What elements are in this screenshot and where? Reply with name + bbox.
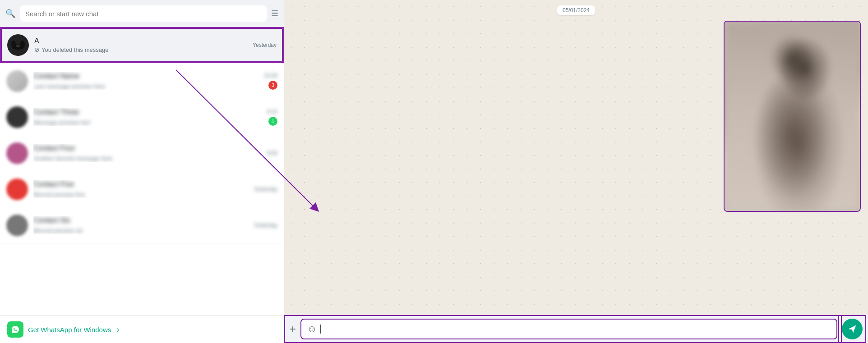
left-panel: 🔍 ☰ A ⊘ You del bbox=[0, 0, 284, 343]
chat-info-6: Contact Six Blurred preview six bbox=[33, 216, 254, 234]
chat-meta-5: Yesterday bbox=[254, 186, 277, 192]
chat-name-6: Contact Six bbox=[33, 216, 70, 224]
chat-item-5[interactable]: Contact Five Blurred preview five Yester… bbox=[0, 171, 284, 207]
chat-time-3: 9:15 bbox=[267, 109, 277, 115]
input-bar: + ☺ bbox=[284, 315, 868, 343]
wa-banner-arrow: › bbox=[116, 325, 119, 334]
emoji-button[interactable]: ☺ bbox=[307, 323, 317, 335]
wa-banner-text: Get WhatsApp for Windows bbox=[28, 326, 111, 334]
unread-badge-green-3: 1 bbox=[268, 117, 277, 126]
chat-preview-5: Blurred preview five bbox=[33, 191, 254, 198]
avatar-2 bbox=[6, 70, 28, 92]
search-input[interactable] bbox=[20, 5, 267, 22]
chat-meta-4: 8:00 bbox=[267, 150, 277, 156]
chat-time-2: 10:30 bbox=[264, 73, 277, 79]
photo-blur-layer bbox=[725, 22, 860, 211]
svg-point-4 bbox=[16, 45, 20, 47]
unread-badge-2: 3 bbox=[268, 81, 277, 90]
chat-time-a: Yesterday bbox=[253, 42, 277, 48]
chat-meta-3: 9:15 1 bbox=[267, 109, 277, 126]
send-button-wrap bbox=[842, 319, 863, 339]
date-badge: 05/01/2024 bbox=[284, 0, 868, 19]
chat-info-3: Contact Three Message preview text bbox=[33, 108, 267, 126]
chat-name-2: Contact Name bbox=[33, 72, 79, 80]
chat-time-6: Yesterday bbox=[254, 222, 277, 229]
chat-time-4: 8:00 bbox=[267, 150, 277, 156]
send-button[interactable] bbox=[842, 319, 863, 339]
chat-info-4: Contact Four Another blurred message her… bbox=[33, 144, 267, 162]
chat-meta-6: Yesterday bbox=[254, 222, 277, 229]
avatar-3 bbox=[6, 106, 28, 128]
chat-meta-a: Yesterday bbox=[253, 42, 277, 48]
photo-placeholder bbox=[725, 22, 860, 211]
chat-item-active[interactable]: A ⊘ You deleted this message Yesterday bbox=[0, 27, 284, 63]
chat-preview-2: Last message preview here bbox=[33, 83, 264, 90]
chat-meta-2: 10:30 3 bbox=[264, 73, 277, 90]
chat-time-5: Yesterday bbox=[254, 186, 277, 192]
chat-item-2[interactable]: Contact Name Last message preview here 1… bbox=[0, 63, 284, 99]
photo-bubble[interactable] bbox=[724, 21, 861, 212]
chat-name-5: Contact Five bbox=[33, 180, 74, 188]
photo-message: ☺ ↪ bbox=[284, 19, 868, 214]
text-cursor bbox=[320, 325, 321, 334]
attach-button[interactable]: + bbox=[290, 323, 296, 335]
chat-preview-3: Message preview text bbox=[33, 119, 267, 126]
chat-info-a: A ⊘ You deleted this message bbox=[34, 37, 253, 53]
search-icon: 🔍 bbox=[5, 9, 15, 18]
deleted-icon: ⊘ bbox=[34, 46, 40, 53]
avatar-6 bbox=[6, 215, 28, 236]
avatar-4 bbox=[6, 142, 28, 164]
chat-name-3: Contact Three bbox=[33, 108, 79, 116]
date-badge-text: 05/01/2024 bbox=[557, 5, 595, 15]
send-icon bbox=[848, 325, 857, 334]
wa-windows-icon bbox=[7, 321, 23, 338]
chat-preview-6: Blurred preview six bbox=[33, 227, 254, 234]
svg-point-2 bbox=[20, 41, 25, 48]
wa-banner[interactable]: Get WhatsApp for Windows › bbox=[0, 316, 284, 343]
avatar-5 bbox=[6, 178, 28, 200]
chat-info-2: Contact Name Last message preview here bbox=[33, 72, 264, 90]
chat-preview-4: Another blurred message here bbox=[33, 155, 267, 162]
right-panel: 05/01/2024 ☺ ↪ bbox=[284, 0, 868, 343]
filter-icon[interactable]: ☰ bbox=[271, 9, 278, 18]
search-bar: 🔍 ☰ bbox=[0, 0, 284, 27]
chat-item-6[interactable]: Contact Six Blurred preview six Yesterda… bbox=[0, 207, 284, 243]
chat-item-4[interactable]: Contact Four Another blurred message her… bbox=[0, 135, 284, 171]
chat-name-a: A bbox=[34, 37, 253, 45]
chat-list: A ⊘ You deleted this message Yesterday C… bbox=[0, 27, 284, 316]
chat-area: 05/01/2024 ☺ ↪ bbox=[284, 0, 868, 315]
chat-preview-a: ⊘ You deleted this message bbox=[34, 46, 253, 53]
avatar-batman bbox=[7, 34, 29, 56]
chat-info-5: Contact Five Blurred preview five bbox=[33, 180, 254, 198]
svg-point-1 bbox=[11, 41, 16, 48]
chat-name-4: Contact Four bbox=[33, 144, 75, 152]
message-input-wrap: ☺ bbox=[300, 319, 837, 339]
chat-item-3[interactable]: Contact Three Message preview text 9:15 … bbox=[0, 99, 284, 135]
